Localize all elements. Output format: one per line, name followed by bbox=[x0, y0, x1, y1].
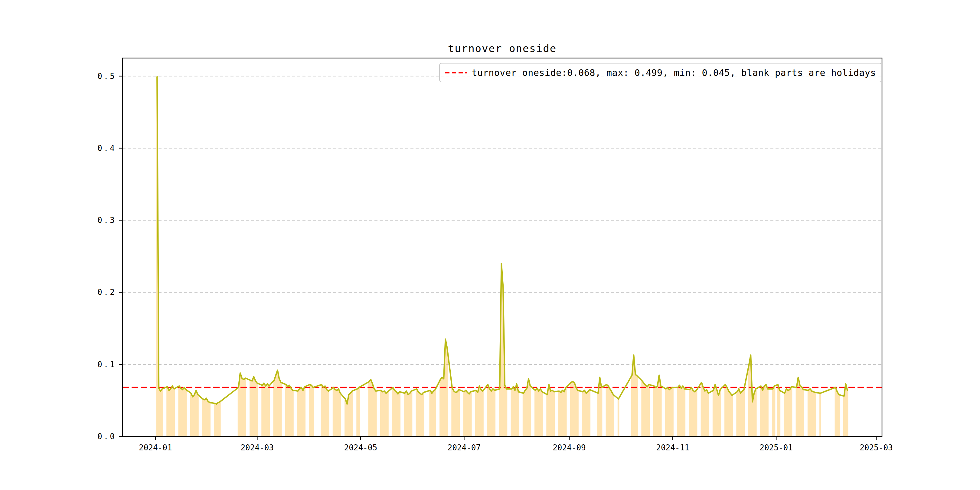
y-tick-label: 0.0 bbox=[77, 432, 116, 441]
x-tick-label: 2024-11 bbox=[656, 443, 689, 452]
x-tick-label: 2024-05 bbox=[344, 443, 377, 452]
y-tick-label: 0.1 bbox=[77, 360, 116, 369]
y-tick-label: 0.4 bbox=[77, 144, 116, 153]
x-tick-label: 2024-03 bbox=[240, 443, 274, 452]
red-dashed-line-icon bbox=[445, 71, 467, 75]
x-tick-label: 2024-01 bbox=[139, 443, 172, 452]
x-tick-label: 2024-09 bbox=[553, 443, 586, 452]
x-tick-label: 2025-01 bbox=[759, 443, 793, 452]
y-tick-label: 0.3 bbox=[77, 216, 116, 225]
y-tick-label: 0.2 bbox=[77, 288, 116, 297]
legend-label: turnover_oneside:0.068, max: 0.499, min:… bbox=[472, 67, 876, 78]
x-tick-label: 2025-03 bbox=[860, 443, 893, 452]
y-tick-label: 0.5 bbox=[77, 72, 116, 81]
legend: turnover_oneside:0.068, max: 0.499, min:… bbox=[439, 63, 882, 82]
x-tick-label: 2024-07 bbox=[448, 443, 481, 452]
figure: turnover oneside 0.00.10.20.30.40.52024-… bbox=[0, 0, 980, 490]
